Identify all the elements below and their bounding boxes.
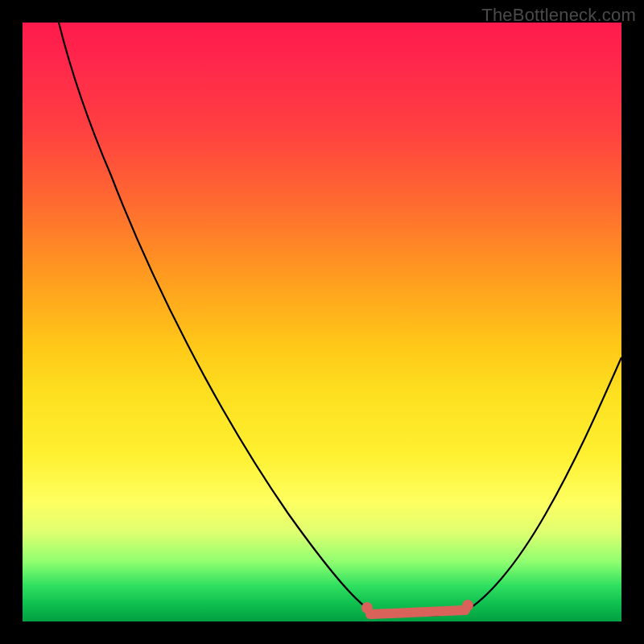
optimal-zone-line [370, 610, 465, 614]
chart-container: TheBottleneck.com [0, 0, 644, 644]
optimal-zone-start-dot [361, 602, 373, 613]
watermark-text: TheBottleneck.com [481, 5, 636, 26]
optimal-zone-end-dot [462, 600, 473, 611]
bottleneck-curve [59, 23, 621, 616]
chart-svg [23, 23, 621, 621]
plot-area [23, 23, 621, 621]
